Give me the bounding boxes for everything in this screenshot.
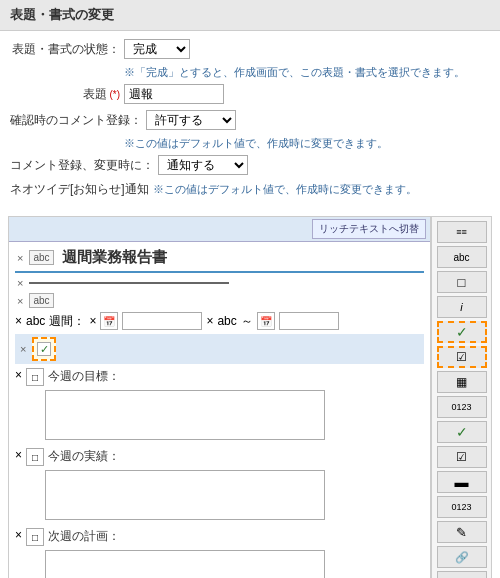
date-field-2[interactable] [279, 312, 339, 330]
title-input[interactable] [124, 84, 224, 104]
delete-date2-button[interactable]: × [206, 314, 213, 328]
status-hint: ※「完成」とすると、作成画面で、この表題・書式を選択できます。 [124, 65, 465, 80]
sidebar-dots[interactable]: ··· [437, 571, 487, 578]
richtext-switch-button[interactable]: リッチテキストへ切替 [312, 219, 426, 239]
delete-check-button[interactable]: × [18, 343, 28, 355]
notify-select[interactable]: 通知する 通知しない [158, 155, 248, 175]
delete-date1-button[interactable]: × [89, 314, 96, 328]
editor-toolbar: リッチテキストへ切替 [9, 217, 430, 242]
status-row: 表題・書式の状態： 完成 作成中 [10, 39, 490, 59]
calendar-icon-2[interactable]: 📅 [257, 312, 275, 330]
title-row: 表題 [10, 84, 490, 104]
page-header: 表題・書式の変更 [0, 0, 500, 31]
sidebar-grid-check2[interactable]: ☑ [437, 446, 487, 468]
editor-main: リッチテキストへ切替 × abc 週間業務報告書 × × [9, 217, 431, 578]
editor-container: リッチテキストへ切替 × abc 週間業務報告書 × × [8, 216, 492, 578]
comment-select[interactable]: 許可する 許可しない [146, 110, 236, 130]
sidebar-edit[interactable]: ✎ [437, 521, 487, 543]
sidebar-text-icon[interactable]: ≡≡ [437, 221, 487, 243]
sidebar-info[interactable]: i [437, 296, 487, 318]
section1-textarea-wrapper [45, 390, 424, 440]
sidebar-number[interactable]: 0123 [437, 396, 487, 418]
section3-icon: □ [26, 528, 44, 546]
page-title: 表題・書式の変更 [10, 7, 114, 22]
sidebar-grid[interactable]: ▦ [437, 371, 487, 393]
sidebar-check2[interactable]: ✓ [437, 421, 487, 443]
abc-tag-weekly: abc [26, 314, 45, 328]
sidebar-number2[interactable]: 0123 [437, 496, 487, 518]
section3-label: 次週の計画： [48, 528, 120, 545]
editor-row-3: × abc [15, 293, 424, 308]
checkbox-item[interactable]: ✓ [37, 342, 51, 356]
comment-label: 確認時のコメント登録： [10, 112, 142, 129]
abc-tag-2: abc [29, 293, 53, 308]
report-title: 週間業務報告書 [62, 248, 167, 267]
delete-row1-button[interactable]: × [15, 252, 25, 264]
section3-row: × □ 次週の計画： [15, 528, 424, 546]
delete-section3-button[interactable]: × [15, 528, 22, 542]
sidebar-abc[interactable]: abc [437, 246, 487, 268]
netsyde-row: ネオツイデ[お知らせ]通知 ※この値はデフォルト値で、作成時に変更できます。 [10, 181, 490, 198]
delete-weekly-button[interactable]: × [15, 314, 22, 328]
delete-section1-button[interactable]: × [15, 368, 22, 382]
delete-row3-button[interactable]: × [15, 295, 25, 307]
section2-icon: □ [26, 448, 44, 466]
section1-textarea[interactable] [45, 390, 325, 440]
editor-content: × abc 週間業務報告書 × × abc × [9, 242, 430, 578]
delete-row2-button[interactable]: × [15, 277, 25, 289]
section3-textarea-wrapper [45, 550, 424, 578]
section2-label: 今週の実績： [48, 448, 120, 465]
notify-row: コメント登録、変更時に： 通知する 通知しない [10, 155, 490, 175]
sidebar-panel: ≡≡ abc □ i ✓ ☑ ▦ 0123 ✓ ☑ ▬ 0123 ✎ 🔗 ···… [431, 217, 491, 578]
section2-textarea-wrapper [45, 470, 424, 520]
status-hint-row: ※「完成」とすると、作成画面で、この表題・書式を選択できます。 [124, 65, 490, 80]
section2-textarea[interactable] [45, 470, 325, 520]
status-select[interactable]: 完成 作成中 [124, 39, 190, 59]
delete-section2-button[interactable]: × [15, 448, 22, 462]
section1-icon: □ [26, 368, 44, 386]
checkbox-highlight-box: ✓ [32, 337, 56, 361]
calendar-icon-1[interactable]: 📅 [100, 312, 118, 330]
horizontal-line [29, 282, 229, 284]
sidebar-box[interactable]: □ [437, 271, 487, 293]
editor-row-2: × [15, 277, 424, 289]
sidebar-check[interactable]: ✓ [437, 321, 487, 343]
section1-row: × □ 今週の目標： [15, 368, 424, 386]
section3-textarea[interactable] [45, 550, 325, 578]
comment-row: 確認時のコメント登録： 許可する 許可しない [10, 110, 490, 130]
title-label: 表題 [10, 86, 120, 103]
sidebar-line[interactable]: ▬ [437, 471, 487, 493]
netsyde-hint: ※この値はデフォルト値で、作成時に変更できます。 [153, 182, 417, 197]
notify-label: コメント登録、変更時に： [10, 157, 154, 174]
comment-hint: ※この値はデフォルト値で、作成時に変更できます。 [124, 136, 388, 151]
sidebar-link[interactable]: 🔗 [437, 546, 487, 568]
weekly-row: × abc 週間： × 📅 × abc ～ 📅 [15, 312, 424, 330]
section1-label: 今週の目標： [48, 368, 120, 385]
comment-hint-row: ※この値はデフォルト値で、作成時に変更できます。 [124, 136, 490, 151]
sidebar-grid-check[interactable]: ☑ [437, 346, 487, 368]
weekly-label: 週間： [49, 313, 85, 330]
date-field-1[interactable] [122, 312, 202, 330]
abc-tag-date: abc [217, 314, 236, 328]
editor-row-1: × abc 週間業務報告書 [15, 248, 424, 267]
tilde: ～ [241, 313, 253, 330]
blue-line [15, 271, 424, 273]
section2-row: × □ 今週の実績： [15, 448, 424, 466]
status-label: 表題・書式の状態： [10, 41, 120, 58]
abc-tag-1: abc [29, 250, 53, 265]
check-mark: ✓ [40, 343, 49, 356]
checkbox-highlight-row: × ✓ [15, 334, 424, 364]
netsyde-label: ネオツイデ[お知らせ]通知 [10, 181, 149, 198]
